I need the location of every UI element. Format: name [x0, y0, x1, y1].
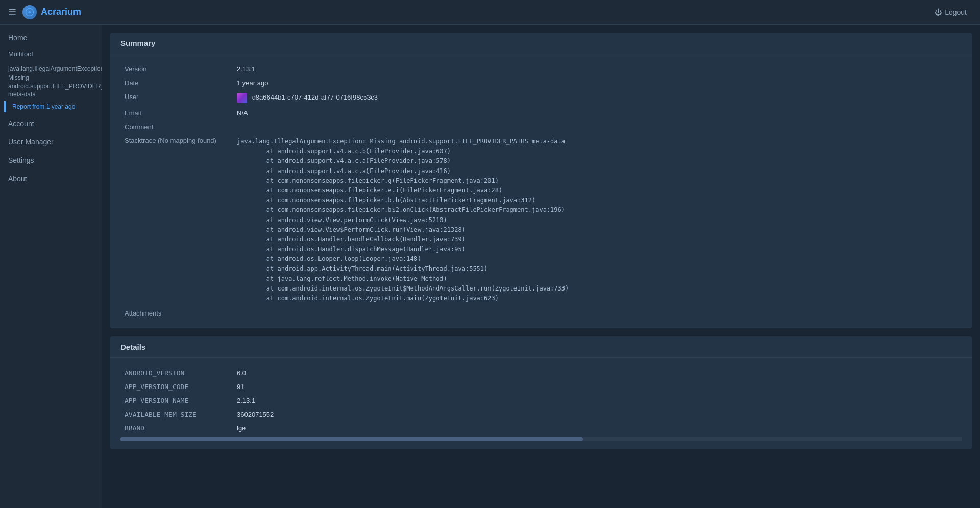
sidebar-item-user-manager[interactable]: User Manager [0, 133, 102, 151]
content-area: Summary Version 2.13.1 Date 1 year ago [102, 25, 980, 508]
app-title: Acrarium [41, 7, 81, 17]
detail-value: 6.0 [233, 366, 962, 380]
detail-key: ANDROID_VERSION [120, 366, 233, 380]
app-logo [22, 5, 37, 19]
sidebar-error-group: java.lang.IllegalArgumentException: Miss… [0, 61, 102, 114]
table-row: Version 2.13.1 [120, 62, 962, 76]
table-row: Date 1 year ago [120, 76, 962, 90]
avatar [237, 93, 247, 103]
sidebar-active-report[interactable]: Report from 1 year ago [4, 101, 97, 112]
attachments-value [233, 306, 962, 320]
attachments-label: Attachments [120, 306, 233, 320]
sidebar-item-settings[interactable]: Settings [0, 151, 102, 170]
details-table: ANDROID_VERSION6.0APP_VERSION_CODE91APP_… [120, 366, 962, 435]
comment-value [233, 120, 962, 134]
version-value: 2.13.1 [233, 62, 962, 76]
sidebar-item-account[interactable]: Account [0, 114, 102, 133]
summary-card: Summary Version 2.13.1 Date 1 year ago [110, 33, 972, 328]
table-row: Comment [120, 120, 962, 134]
hamburger-icon[interactable]: ☰ [8, 7, 16, 18]
stacktrace-block: java.lang.IllegalArgumentException: Miss… [237, 137, 958, 303]
table-row: Email N/A [120, 106, 962, 120]
user-label: User [120, 90, 233, 106]
details-card-body: ANDROID_VERSION6.0APP_VERSION_CODE91APP_… [110, 358, 972, 449]
header-left: ☰ Acrarium [8, 5, 81, 19]
date-label: Date [120, 76, 233, 90]
detail-value: lge [233, 421, 962, 435]
logout-icon: ⏻ [935, 8, 942, 16]
horizontal-scrollbar[interactable] [120, 437, 962, 441]
detail-value: 91 [233, 380, 962, 394]
logout-button[interactable]: ⏻ Logout [929, 5, 972, 19]
main-layout: Home Multitool java.lang.IllegalArgument… [0, 25, 980, 508]
table-row: Stacktrace (No mapping found) java.lang.… [120, 134, 962, 306]
table-row: AVAILABLE_MEM_SIZE3602071552 [120, 407, 962, 421]
top-header: ☰ Acrarium ⏻ Logout [0, 0, 980, 25]
details-card: Details ANDROID_VERSION6.0APP_VERSION_CO… [110, 336, 972, 449]
scrollbar-thumb[interactable] [120, 437, 583, 441]
detail-key: BRAND [120, 421, 233, 435]
detail-value: 3602071552 [233, 407, 962, 421]
date-value: 1 year ago [233, 76, 962, 90]
table-row: ANDROID_VERSION6.0 [120, 366, 962, 380]
stacktrace-label: Stacktrace (No mapping found) [120, 134, 233, 306]
logo-area: Acrarium [22, 5, 81, 19]
user-value: d8a6644b1-c707-412d-af77-0716f98c53c3 [233, 90, 962, 106]
detail-key: AVAILABLE_MEM_SIZE [120, 407, 233, 421]
sidebar-error-link[interactable]: java.lang.IllegalArgumentException: Miss… [4, 63, 97, 101]
logout-label: Logout [945, 8, 967, 16]
attachments-row: Attachments [120, 306, 962, 320]
summary-card-body: Version 2.13.1 Date 1 year ago User d8a6… [110, 54, 972, 328]
comment-label: Comment [120, 120, 233, 134]
details-card-header: Details [110, 336, 972, 358]
email-value: N/A [233, 106, 962, 120]
sidebar-item-about[interactable]: About [0, 170, 102, 188]
sidebar-item-multitool[interactable]: Multitool [0, 47, 102, 61]
stacktrace-value: java.lang.IllegalArgumentException: Miss… [233, 134, 962, 306]
detail-value: 2.13.1 [233, 394, 962, 407]
version-label: Version [120, 62, 233, 76]
summary-card-header: Summary [110, 33, 972, 54]
summary-table: Version 2.13.1 Date 1 year ago User d8a6… [120, 62, 962, 320]
table-row: User d8a6644b1-c707-412d-af77-0716f98c53… [120, 90, 962, 106]
detail-key: APP_VERSION_CODE [120, 380, 233, 394]
table-row: APP_VERSION_CODE91 [120, 380, 962, 394]
email-label: Email [120, 106, 233, 120]
table-row: APP_VERSION_NAME2.13.1 [120, 394, 962, 407]
sidebar: Home Multitool java.lang.IllegalArgument… [0, 25, 102, 508]
table-row: BRANDlge [120, 421, 962, 435]
detail-key: APP_VERSION_NAME [120, 394, 233, 407]
sidebar-item-home[interactable]: Home [0, 29, 102, 47]
